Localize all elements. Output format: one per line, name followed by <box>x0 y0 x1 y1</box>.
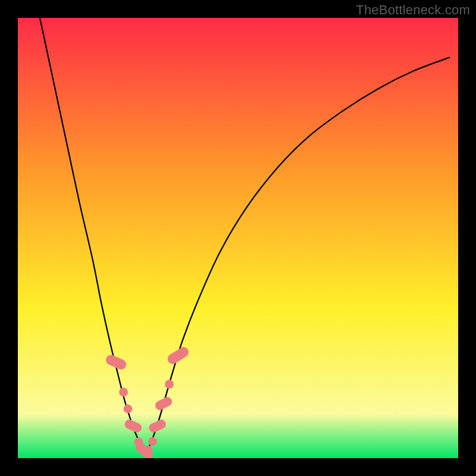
watermark-text: TheBottleneck.com <box>356 2 470 18</box>
curve-left_branch <box>40 18 146 454</box>
chart-plot-area <box>18 18 458 458</box>
marker-pill-6 <box>144 446 153 458</box>
svg-rect-2 <box>123 418 143 434</box>
svg-rect-4 <box>144 446 153 458</box>
marker-dot-2 <box>124 405 133 414</box>
svg-rect-6 <box>154 396 173 412</box>
svg-rect-5 <box>148 418 167 434</box>
marker-dot-7 <box>148 437 157 446</box>
marker-pill-3 <box>123 418 143 434</box>
marker-pill-8 <box>148 418 167 434</box>
marker-pill-11 <box>166 345 191 366</box>
marker-dot-10 <box>165 380 174 389</box>
marker-dot-1 <box>119 388 128 397</box>
curve-markers <box>104 345 190 458</box>
bottleneck-curve <box>40 18 449 454</box>
curve-right_branch <box>146 58 450 454</box>
chart-svg <box>18 18 458 458</box>
svg-rect-7 <box>166 345 191 366</box>
marker-pill-9 <box>154 396 173 412</box>
